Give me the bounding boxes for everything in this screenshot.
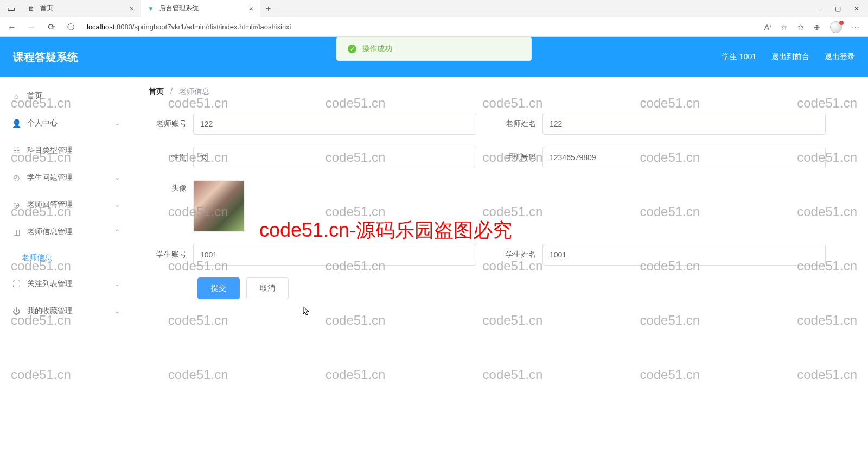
- close-icon[interactable]: ×: [130, 4, 134, 13]
- cancel-button[interactable]: 取消: [246, 277, 289, 299]
- success-toast: ✓ 操作成功: [336, 37, 532, 61]
- browser-tab-2[interactable]: ▼ 后台管理系统 ×: [141, 0, 260, 17]
- home-icon: ⌂: [12, 92, 21, 100]
- sidebar-item-teacher-answer[interactable]: ◶ 老师回答管理 ⌄: [0, 191, 132, 218]
- sidebar-item-home[interactable]: ⌂ 首页: [0, 83, 132, 110]
- breadcrumb-current: 老师信息: [179, 87, 209, 96]
- sidebar-item-subject[interactable]: ☷ 科目类型管理: [0, 137, 132, 164]
- page-icon: 🗎: [28, 5, 36, 12]
- sidebar-item-favorites[interactable]: ⏻ 我的收藏管理 ⌄: [0, 298, 132, 325]
- star-icon[interactable]: ☆: [781, 23, 788, 31]
- student-account-input[interactable]: [193, 244, 476, 266]
- teacher-account-label: 老师账号: [149, 119, 187, 129]
- address-bar[interactable]: localhost:8080/springboot7vkr1/admin/dis…: [82, 23, 760, 31]
- main-content: 首页 / 老师信息 老师账号 老师姓名 性别: [132, 77, 868, 467]
- breadcrumb: 首页 / 老师信息: [149, 87, 852, 97]
- user-icon: 👤: [12, 119, 21, 128]
- gender-label: 性别: [149, 153, 187, 162]
- collections-icon[interactable]: ⊕: [814, 23, 820, 31]
- close-window-icon[interactable]: ✕: [854, 5, 859, 12]
- tab-actions-icon[interactable]: ▭: [0, 3, 22, 14]
- chevron-up-icon: ⌃: [114, 228, 120, 236]
- read-aloud-icon[interactable]: A⁾: [764, 23, 771, 31]
- sidebar: ⌂ 首页 👤 个人中心 ⌄ ☷ 科目类型管理 ◴ 学生问题管理 ⌄ ◶ 老师回答…: [0, 77, 132, 467]
- answer-icon: ◶: [12, 200, 21, 209]
- sidebar-item-watchlist[interactable]: ⛶ 关注列表管理 ⌄: [0, 270, 132, 298]
- question-icon: ◴: [12, 173, 21, 182]
- vue-icon: ▼: [148, 5, 155, 12]
- chevron-down-icon: ⌄: [114, 174, 120, 181]
- check-icon: ✓: [348, 45, 356, 53]
- submit-button[interactable]: 提交: [197, 277, 240, 299]
- refresh-button[interactable]: ⟳: [43, 20, 59, 35]
- window-controls: ─ ▢ ✕: [817, 5, 868, 12]
- minimize-icon[interactable]: ─: [817, 5, 822, 12]
- sidebar-item-teacher-info[interactable]: ◫ 老师信息管理 ⌃: [0, 218, 132, 245]
- logout-link[interactable]: 退出登录: [825, 52, 855, 62]
- gender-input[interactable]: [193, 147, 476, 168]
- info-icon[interactable]: ⓘ: [63, 20, 78, 35]
- close-icon[interactable]: ×: [249, 4, 253, 13]
- chevron-down-icon: ⌄: [114, 307, 120, 315]
- tab-title: 后台管理系统: [159, 4, 199, 13]
- avatar-image[interactable]: [193, 180, 245, 232]
- avatar-label: 头像: [149, 184, 187, 193]
- student-account-label: 学生账号: [149, 250, 187, 260]
- browser-tab-1[interactable]: 🗎 首页 ×: [22, 0, 141, 17]
- url-bar: ← → ⟳ ⓘ localhost:8080/springboot7vkr1/a…: [0, 17, 868, 37]
- sidebar-item-label: 关注列表管理: [27, 279, 73, 289]
- tab-title: 首页: [40, 4, 53, 13]
- sidebar-item-label: 老师回答管理: [27, 200, 73, 210]
- back-button[interactable]: ←: [4, 20, 20, 35]
- toast-message: 操作成功: [362, 44, 392, 54]
- sidebar-item-student-question[interactable]: ◴ 学生问题管理 ⌄: [0, 164, 132, 191]
- exit-to-front-link[interactable]: 退出到前台: [771, 52, 809, 62]
- browser-tab-bar: ▭ 🗎 首页 × ▼ 后台管理系统 × + ─ ▢ ✕: [0, 0, 868, 17]
- sidebar-item-profile[interactable]: 👤 个人中心 ⌄: [0, 110, 132, 137]
- app-title: 课程答疑系统: [13, 50, 78, 65]
- teacher-name-label: 老师姓名: [498, 119, 536, 129]
- sidebar-item-label: 老师信息管理: [27, 227, 73, 237]
- phone-label: 手机号码: [498, 153, 536, 162]
- sidebar-subitem-teacher-info[interactable]: 老师信息: [0, 245, 132, 270]
- student-name-input[interactable]: [542, 244, 826, 266]
- phone-input[interactable]: [542, 147, 826, 168]
- chevron-down-icon: ⌄: [114, 280, 120, 288]
- breadcrumb-home[interactable]: 首页: [149, 87, 164, 96]
- forward-button[interactable]: →: [24, 20, 39, 35]
- chevron-down-icon: ⌄: [114, 201, 120, 209]
- favorites-icon[interactable]: ✩: [797, 23, 804, 31]
- sidebar-item-label: 学生问题管理: [27, 173, 73, 182]
- teacher-form: 老师账号 老师姓名 性别 手机号码: [149, 113, 852, 299]
- teacher-name-input[interactable]: [542, 113, 826, 135]
- focus-icon: ⛶: [12, 280, 21, 288]
- maximize-icon[interactable]: ▢: [835, 5, 841, 12]
- sidebar-item-label: 科目类型管理: [27, 146, 73, 155]
- crop-icon: ◫: [12, 228, 21, 236]
- category-icon: ☷: [12, 146, 21, 155]
- sidebar-item-label: 我的收藏管理: [27, 306, 73, 316]
- more-icon[interactable]: ⋯: [852, 23, 859, 31]
- new-tab-button[interactable]: +: [260, 4, 276, 14]
- profile-icon[interactable]: [830, 21, 842, 33]
- sidebar-item-label: 个人中心: [27, 118, 58, 128]
- teacher-account-input[interactable]: [193, 113, 476, 135]
- breadcrumb-separator: /: [170, 87, 173, 96]
- power-icon: ⏻: [12, 307, 21, 315]
- student-name-label: 学生姓名: [498, 250, 536, 260]
- chevron-down-icon: ⌄: [114, 119, 120, 127]
- sidebar-item-label: 首页: [27, 91, 42, 101]
- user-label[interactable]: 学生 1001: [722, 52, 756, 62]
